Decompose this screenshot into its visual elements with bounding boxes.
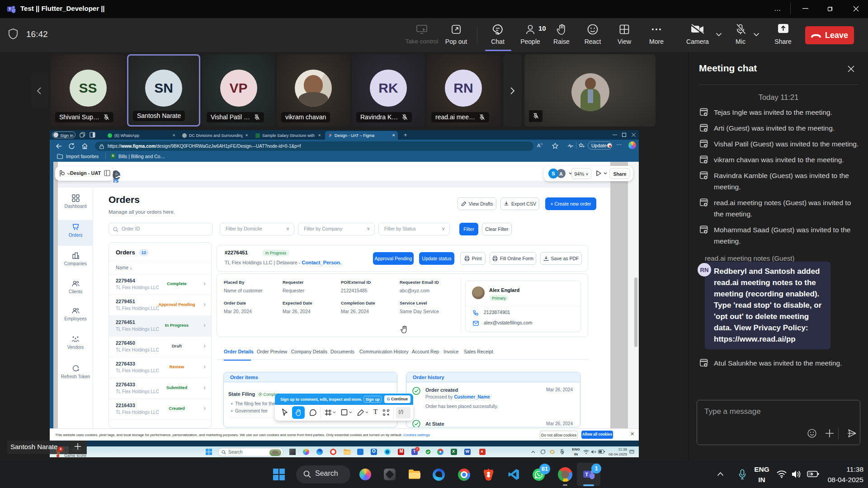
svg-text:T: T: [585, 472, 589, 477]
svg-text:T: T: [9, 7, 11, 11]
